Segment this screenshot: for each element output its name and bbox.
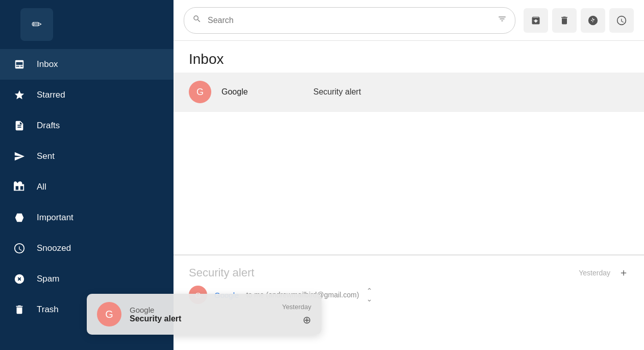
delete-button[interactable] bbox=[552, 8, 577, 33]
compose-button[interactable] bbox=[20, 8, 53, 41]
sidebar-item-inbox[interactable]: Inbox bbox=[0, 49, 174, 80]
notification-time: Yesterday bbox=[282, 303, 311, 311]
starred-icon bbox=[12, 89, 27, 101]
action-icons-group bbox=[524, 8, 634, 33]
page-title: Inbox bbox=[174, 41, 644, 73]
sent-label: Sent bbox=[37, 151, 55, 161]
notification-content: Google Security alert bbox=[130, 306, 252, 323]
notification-popup: G Google Security alert Yesterday ⊕ bbox=[87, 294, 321, 335]
sent-icon bbox=[12, 151, 27, 162]
sidebar-item-sent[interactable]: Sent bbox=[0, 141, 174, 172]
email-open-header: Security alert Yesterday ＋ bbox=[189, 266, 629, 279]
sidebar-item-drafts[interactable]: Drafts bbox=[0, 110, 174, 141]
drafts-icon bbox=[12, 120, 27, 131]
avatar: G bbox=[189, 81, 211, 103]
sidebar-item-important[interactable]: Important bbox=[0, 202, 174, 233]
filter-icon[interactable] bbox=[498, 14, 507, 26]
open-email-subject: Security alert bbox=[189, 266, 571, 279]
inbox-icon bbox=[12, 59, 27, 70]
nav-menu: Inbox Starred Drafts Sent All bbox=[0, 49, 174, 325]
sidebar-item-all[interactable]: All bbox=[0, 172, 174, 202]
block-button[interactable] bbox=[581, 8, 605, 33]
notification-avatar: G bbox=[97, 302, 121, 326]
notification-sender: Google bbox=[130, 306, 252, 314]
snoozed-label: Snoozed bbox=[37, 243, 71, 253]
trash-label: Trash bbox=[37, 305, 59, 315]
table-row[interactable]: G Google Security alert bbox=[174, 73, 644, 112]
starred-label: Starred bbox=[37, 90, 65, 100]
drafts-label: Drafts bbox=[37, 121, 60, 131]
sidebar-item-snoozed[interactable]: Snoozed bbox=[0, 233, 174, 264]
add-button[interactable]: ＋ bbox=[618, 266, 629, 279]
spam-icon bbox=[12, 273, 27, 285]
sidebar-item-starred[interactable]: Starred bbox=[0, 80, 174, 110]
search-icon bbox=[192, 14, 202, 26]
all-icon bbox=[12, 181, 27, 193]
all-label: All bbox=[37, 182, 46, 192]
open-email-date: Yesterday bbox=[579, 269, 610, 277]
snoozed-icon bbox=[12, 243, 27, 254]
expand-icon[interactable]: ⌃⌄ bbox=[366, 287, 373, 303]
spam-label: Spam bbox=[37, 274, 59, 284]
search-bar-container bbox=[184, 7, 515, 34]
email-sender: Google bbox=[221, 87, 303, 97]
notification-add-button[interactable]: ⊕ bbox=[303, 314, 311, 326]
notification-subject: Security alert bbox=[130, 314, 252, 323]
sidebar-item-spam[interactable]: Spam bbox=[0, 264, 174, 294]
trash-icon bbox=[12, 304, 27, 315]
important-label: Important bbox=[37, 213, 73, 223]
important-icon bbox=[12, 212, 27, 223]
archive-button[interactable] bbox=[524, 8, 548, 33]
notification-right: Yesterday ⊕ bbox=[260, 303, 311, 326]
search-input[interactable] bbox=[208, 16, 491, 25]
compose-icon bbox=[32, 17, 42, 32]
toolbar bbox=[174, 0, 644, 41]
snooze-button[interactable] bbox=[609, 8, 634, 33]
inbox-label: Inbox bbox=[37, 59, 58, 69]
email-subject: Security alert bbox=[313, 87, 361, 97]
